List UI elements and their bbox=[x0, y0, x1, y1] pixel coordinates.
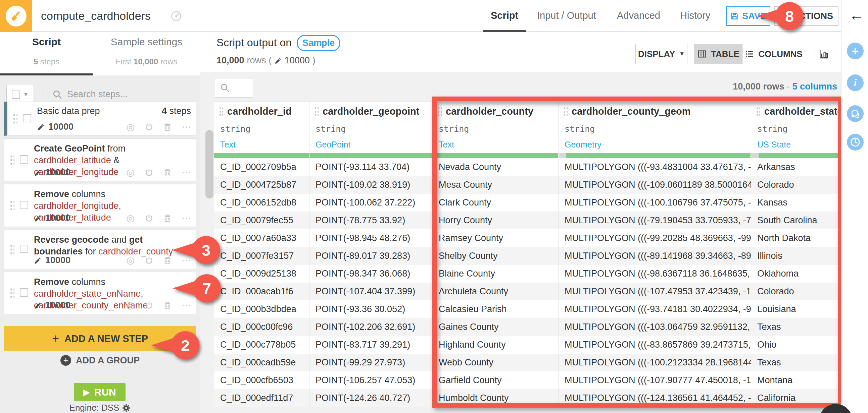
sidebar-tab-sample-settings[interactable]: Sample settings bbox=[93, 36, 200, 47]
table-cell[interactable]: C_ID_0009d25138 bbox=[214, 265, 309, 283]
step-remove-enname-columns[interactable]: Remove columns cardholder_state_enName, … bbox=[4, 272, 196, 314]
step-checkbox[interactable] bbox=[20, 245, 28, 253]
table-cell[interactable]: POINT(-93.114 33.704) bbox=[309, 158, 433, 176]
trash-icon[interactable] bbox=[163, 214, 172, 222]
table-cell[interactable]: MULTIPOLYGON (((-98.6367118 36.1648635, … bbox=[559, 265, 751, 283]
gear-icon[interactable] bbox=[122, 404, 130, 412]
table-cell[interactable]: C_ID_000edf11d7 bbox=[214, 389, 309, 407]
meaning-link[interactable]: US State bbox=[751, 139, 841, 153]
table-cell[interactable]: Webb County bbox=[433, 354, 559, 372]
column-header[interactable]: cardholder_geopoint bbox=[309, 102, 433, 121]
table-cell[interactable]: Illinois bbox=[751, 247, 841, 265]
power-icon[interactable] bbox=[145, 123, 153, 131]
table-cell[interactable]: C_ID_00079fec55 bbox=[214, 211, 309, 229]
column-header[interactable]: cardholder_id bbox=[214, 102, 309, 121]
discussions-panel-button[interactable] bbox=[847, 105, 864, 122]
trash-icon[interactable] bbox=[163, 256, 172, 265]
drag-handle-icon[interactable] bbox=[314, 107, 318, 116]
table-cell[interactable]: C_ID_000cadb59e bbox=[214, 354, 309, 372]
table-cell[interactable]: Gaines County bbox=[433, 318, 559, 336]
step-group-basic-data-prep[interactable]: Basic data prep 4 steps 10000 ◎ ⋯ bbox=[4, 102, 196, 136]
table-cell[interactable]: California bbox=[751, 389, 841, 407]
display-dropdown[interactable]: DISPLAY ▼ bbox=[636, 44, 687, 64]
table-cell[interactable]: Blaine County bbox=[433, 265, 559, 283]
drag-handle-icon[interactable] bbox=[10, 200, 14, 211]
table-cell[interactable]: Horry County bbox=[433, 211, 559, 229]
table-cell[interactable]: Kansas bbox=[751, 194, 841, 211]
drag-handle-icon[interactable] bbox=[10, 288, 14, 298]
table-cell[interactable]: Highland County bbox=[433, 336, 559, 354]
table-cell[interactable]: Louisiana bbox=[751, 300, 841, 318]
table-cell[interactable]: MULTIPOLYGON (((-100.106796 37.475075, -… bbox=[559, 194, 751, 211]
table-cell[interactable]: Colorado bbox=[751, 283, 841, 300]
table-cell[interactable]: C_ID_0002709b5a bbox=[214, 158, 309, 176]
run-button[interactable]: ▶ RUN bbox=[74, 383, 126, 401]
table-cell[interactable]: MULTIPOLYGON (((-124.136561 41.464452, -… bbox=[559, 389, 751, 407]
charts-button[interactable] bbox=[812, 44, 835, 64]
table-cell[interactable]: MULTIPOLYGON (((-107.47953 37.423439, -1… bbox=[559, 283, 751, 300]
tab-input-output[interactable]: Input / Output bbox=[537, 0, 596, 31]
table-cell[interactable]: MULTIPOLYGON (((-93.74181 30.4022934, -9… bbox=[559, 300, 751, 318]
collapse-panel-arrow-icon[interactable]: ← bbox=[849, 7, 864, 24]
meaning-link[interactable]: Text bbox=[433, 139, 559, 153]
table-cell[interactable]: MULTIPOLYGON (((-89.141968 39.34663, -89… bbox=[559, 247, 751, 265]
table-cell[interactable]: POINT(-99.29 27.973) bbox=[309, 354, 433, 372]
meaning-link[interactable]: Text bbox=[214, 139, 309, 153]
table-cell[interactable]: C_ID_000b3dbdea bbox=[214, 300, 309, 318]
table-cell[interactable]: Oklahoma bbox=[751, 265, 841, 283]
table-cell[interactable]: MULTIPOLYGON (((-103.064759 32.9591132, … bbox=[559, 318, 751, 336]
table-cell[interactable]: C_ID_000acab1f6 bbox=[214, 283, 309, 300]
table-cell[interactable]: Texas bbox=[751, 354, 841, 372]
drag-handle-icon[interactable] bbox=[13, 113, 18, 124]
table-search-input[interactable] bbox=[230, 85, 250, 91]
disable-step-icon[interactable]: ◎ bbox=[127, 123, 134, 132]
table-cell[interactable]: C_ID_000c00fc96 bbox=[214, 318, 309, 336]
table-cell[interactable]: Archuleta County bbox=[433, 283, 559, 300]
drag-handle-icon[interactable] bbox=[219, 107, 223, 116]
disable-step-icon[interactable]: ◎ bbox=[127, 256, 134, 265]
table-cell[interactable]: Ramsey County bbox=[433, 229, 559, 247]
table-cell[interactable]: POINT(-89.017 39.283) bbox=[309, 247, 433, 265]
table-cell[interactable]: North Dakota bbox=[751, 229, 841, 247]
table-cell[interactable]: POINT(-109.02 38.919) bbox=[309, 176, 433, 194]
meaning-link[interactable]: Geometry bbox=[559, 139, 751, 153]
more-options-icon[interactable]: ⋯ bbox=[182, 213, 191, 223]
steps-search-input[interactable] bbox=[67, 85, 191, 103]
more-options-icon[interactable]: ⋯ bbox=[182, 123, 191, 132]
drag-handle-icon[interactable] bbox=[437, 107, 442, 116]
history-panel-button[interactable] bbox=[847, 134, 864, 150]
meaning-link[interactable]: GeoPoint bbox=[309, 139, 433, 153]
table-cell[interactable]: Clark County bbox=[433, 194, 559, 211]
table-cell[interactable]: MULTIPOLYGON (((-100.2123334 28.1968144,… bbox=[559, 354, 751, 372]
add-group-button[interactable]: + ADD A GROUP bbox=[0, 354, 200, 367]
table-cell[interactable]: Humboldt County bbox=[433, 389, 559, 407]
table-cell[interactable]: Garfield County bbox=[433, 372, 559, 389]
table-cell[interactable]: C_ID_0007fe3157 bbox=[214, 247, 309, 265]
disable-step-icon[interactable]: ◎ bbox=[127, 168, 134, 177]
drag-handle-icon[interactable] bbox=[756, 107, 760, 116]
table-cell[interactable]: Shelby County bbox=[433, 247, 559, 265]
more-options-icon[interactable]: ⋯ bbox=[182, 168, 191, 177]
view-toggle-table[interactable]: TABLE bbox=[694, 44, 742, 64]
table-cell[interactable]: Colorado bbox=[751, 176, 841, 194]
table-cell[interactable]: POINT(-106.257 47.053) bbox=[309, 372, 433, 389]
table-cell[interactable]: MULTIPOLYGON (((-93.4831004 33.476173, -… bbox=[559, 158, 751, 176]
trash-icon[interactable] bbox=[163, 123, 172, 131]
drag-handle-icon[interactable] bbox=[563, 107, 567, 116]
step-checkbox[interactable] bbox=[20, 201, 28, 209]
table-cell[interactable]: C_ID_0006152db8 bbox=[214, 194, 309, 211]
add-panel-button[interactable]: + bbox=[847, 42, 864, 59]
table-cell[interactable]: POINT(-107.404 37.399) bbox=[309, 283, 433, 300]
table-cell[interactable]: POINT(-83.717 39.291) bbox=[309, 336, 433, 354]
disable-step-icon[interactable]: ◎ bbox=[127, 213, 134, 223]
sample-badge[interactable]: Sample bbox=[297, 35, 340, 51]
table-cell[interactable]: POINT(-100.062 37.222) bbox=[309, 194, 433, 211]
table-cell[interactable]: POINT(-124.26 40.727) bbox=[309, 389, 433, 407]
tab-history[interactable]: History bbox=[680, 0, 710, 31]
columns-count-link[interactable]: 5 columns bbox=[792, 81, 837, 92]
drag-handle-icon[interactable] bbox=[10, 244, 14, 255]
table-cell[interactable]: Nevada County bbox=[433, 158, 559, 176]
power-icon[interactable] bbox=[145, 301, 153, 310]
more-options-icon[interactable]: ⋯ bbox=[182, 301, 191, 310]
table-cell[interactable]: POINT(-93.36 30.052) bbox=[309, 300, 433, 318]
